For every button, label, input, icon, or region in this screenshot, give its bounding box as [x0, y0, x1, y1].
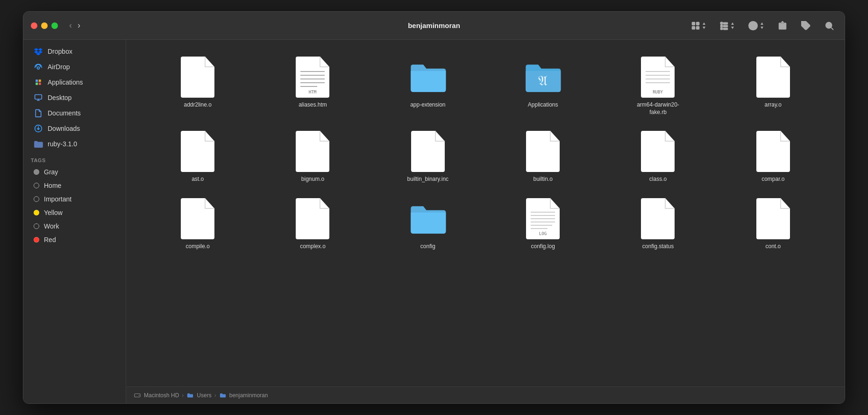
tag-button[interactable]: [798, 19, 814, 33]
list-item[interactable]: class.o: [600, 125, 715, 189]
work-dot: [34, 223, 39, 229]
documents-icon: [34, 108, 43, 118]
svg-rect-8: [723, 22, 727, 24]
downloads-icon: [34, 124, 43, 133]
file-name: compar.o: [761, 176, 784, 183]
file-name: arm64-darwin20-fake.rb: [632, 101, 683, 116]
forward-button[interactable]: ›: [78, 21, 80, 30]
sidebar-tag-important[interactable]: Important: [26, 193, 123, 206]
list-item[interactable]: 𝔄 Applications: [485, 51, 600, 122]
file-grid: addr2line.o HT: [126, 40, 845, 386]
sidebar-tag-yellow[interactable]: Yellow: [26, 206, 123, 219]
share-button[interactable]: [775, 19, 790, 33]
file-icon-array: [754, 57, 792, 98]
gray-dot: [34, 169, 39, 175]
sidebar-item-applications[interactable]: Applications: [26, 75, 123, 90]
file-icon-ast: [179, 131, 216, 172]
sidebar-item-dropbox[interactable]: Dropbox: [26, 44, 123, 59]
file-icon-arm64: RUBY: [639, 57, 676, 98]
sidebar-label-downloads: Downloads: [48, 125, 80, 132]
svg-rect-3: [697, 26, 699, 29]
list-item[interactable]: app-extension: [370, 51, 485, 122]
svg-point-17: [37, 67, 40, 69]
list-item[interactable]: complex.o: [255, 193, 370, 256]
view-icon-grid[interactable]: [688, 19, 709, 32]
list-item[interactable]: LOG config.log: [485, 193, 600, 256]
sidebar-tag-gray[interactable]: Gray: [26, 165, 123, 179]
statusbar: Macintosh HD › Users ›: [126, 386, 845, 403]
svg-rect-18: [35, 94, 42, 99]
list-item[interactable]: compile.o: [140, 193, 255, 256]
file-name: aliases.htm: [299, 101, 327, 109]
close-button[interactable]: [31, 22, 37, 29]
sidebar-item-ruby[interactable]: ruby-3.1.0: [26, 136, 123, 151]
benjaminmoran-label: benjaminmoran: [229, 392, 268, 399]
maximize-button[interactable]: [51, 22, 58, 29]
main-content: Dropbox AirDrop: [23, 40, 845, 403]
traffic-lights: [31, 22, 58, 29]
svg-rect-5: [721, 25, 723, 27]
sidebar-label-airdrop: AirDrop: [48, 63, 70, 71]
file-icon-builtin: [524, 131, 562, 172]
red-dot: [34, 237, 39, 243]
sidebar-label-desktop: Desktop: [48, 94, 71, 101]
list-item[interactable]: builtin_binary.inc: [370, 125, 485, 189]
file-name: config.status: [642, 243, 674, 250]
statusbar-users: Users: [186, 392, 211, 399]
list-item[interactable]: ast.o: [140, 125, 255, 189]
list-item[interactable]: addr2line.o: [140, 51, 255, 122]
tag-label-work: Work: [44, 222, 59, 230]
tag-label-home: Home: [44, 182, 61, 189]
svg-rect-6: [721, 28, 723, 29]
list-item[interactable]: RUBY arm64-darwin20-fake.rb: [600, 51, 715, 122]
statusbar-benjaminmoran: benjaminmoran: [219, 392, 268, 399]
file-icon-class: [639, 131, 676, 172]
list-item[interactable]: HTM aliases.htm: [255, 51, 370, 122]
file-name: ast.o: [192, 176, 204, 183]
file-name: complex.o: [300, 243, 326, 250]
sidebar: Dropbox AirDrop: [23, 40, 126, 403]
file-name: builtin.o: [533, 176, 552, 183]
view-icon-list[interactable]: [717, 19, 738, 32]
applications-icon: [34, 78, 43, 87]
titlebar-controls: [688, 19, 837, 33]
tag-label-yellow: Yellow: [44, 209, 63, 216]
breadcrumb-sep-1: ›: [182, 392, 184, 399]
sidebar-tag-home[interactable]: Home: [26, 179, 123, 192]
search-button[interactable]: [821, 19, 837, 33]
list-item[interactable]: builtin.o: [485, 125, 600, 189]
more-options-button[interactable]: [745, 19, 767, 33]
file-icon-cont: [754, 198, 792, 239]
svg-point-14: [754, 25, 755, 26]
svg-text:HTM: HTM: [309, 90, 317, 94]
svg-point-40: [139, 395, 140, 396]
minimize-button[interactable]: [41, 22, 48, 29]
sidebar-item-downloads[interactable]: Downloads: [26, 121, 123, 136]
list-item[interactable]: bignum.o: [255, 125, 370, 189]
sidebar-tag-work[interactable]: Work: [26, 220, 123, 233]
file-icon-aliases: HTM: [294, 57, 331, 98]
file-name: array.o: [765, 101, 782, 109]
sidebar-item-desktop[interactable]: Desktop: [26, 90, 123, 105]
svg-text:LOG: LOG: [539, 231, 547, 236]
svg-rect-1: [697, 22, 699, 25]
macintosh-hd-label: Macintosh HD: [144, 392, 179, 399]
sidebar-item-airdrop[interactable]: AirDrop: [26, 59, 123, 74]
sidebar-label-dropbox: Dropbox: [48, 48, 72, 55]
sidebar-tag-red[interactable]: Red: [26, 233, 123, 246]
file-name: class.o: [649, 176, 667, 183]
list-item[interactable]: cont.o: [716, 193, 831, 256]
file-name: compile.o: [185, 243, 209, 250]
file-icon-applications: 𝔄: [524, 57, 562, 98]
list-item[interactable]: config.status: [600, 193, 715, 256]
sidebar-item-documents[interactable]: Documents: [26, 106, 123, 121]
sidebar-label-applications: Applications: [48, 79, 83, 86]
file-icon-config-folder: [409, 198, 447, 239]
back-button[interactable]: ‹: [69, 21, 72, 30]
list-item[interactable]: config: [370, 193, 485, 256]
file-name: Applications: [528, 101, 558, 109]
file-icon-compar: [754, 131, 792, 172]
list-item[interactable]: array.o: [716, 51, 831, 122]
list-item[interactable]: compar.o: [716, 125, 831, 189]
tag-label-red: Red: [44, 236, 56, 243]
